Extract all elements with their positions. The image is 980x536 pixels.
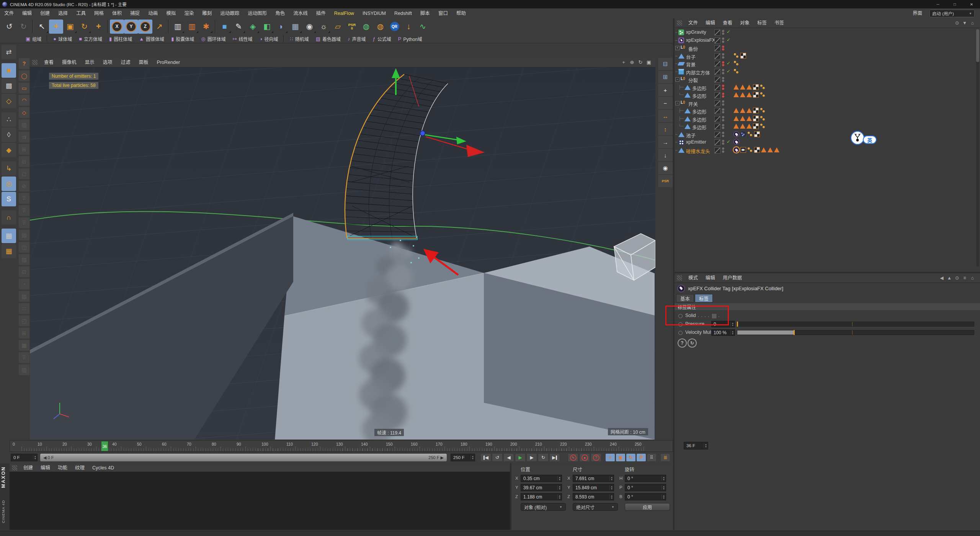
menubar-item[interactable]: 雕刻	[198, 8, 216, 18]
phong-tag[interactable]	[760, 123, 766, 129]
keying-help-button[interactable]: ?	[591, 453, 601, 462]
home-icon[interactable]: ⌂	[969, 20, 976, 26]
object-row[interactable]: –背景✓	[675, 60, 980, 68]
disabled-command-button[interactable]: ▧	[18, 254, 30, 265]
polygon-selection-tag[interactable]	[761, 147, 766, 152]
drag-grip[interactable]	[677, 20, 682, 26]
polygon-selection-tag[interactable]	[746, 116, 752, 121]
render-picture-viewer-button[interactable]: ▥	[185, 20, 199, 34]
playhead[interactable]: 36	[101, 441, 108, 451]
ime-indicator[interactable]: 英	[851, 131, 900, 148]
uvw-tag[interactable]	[740, 53, 746, 59]
material-list-empty[interactable]	[10, 472, 510, 530]
disabled-command-button[interactable]: ⠿	[18, 205, 30, 216]
hierarchy-collapse-button[interactable]: ⊟	[658, 58, 673, 70]
texture-mode-button[interactable]: ▩	[2, 78, 16, 93]
layer-color-box[interactable]	[714, 124, 720, 130]
enabled-check-icon[interactable]: ✓	[727, 60, 730, 66]
key-parameter-toggle[interactable]: P	[636, 453, 646, 462]
visibility-dots[interactable]	[722, 84, 724, 91]
polygon-selection-tag[interactable]	[740, 116, 745, 121]
viewport-menu-item[interactable]: 面板	[135, 57, 153, 67]
reload-circle-button[interactable]: ↻	[688, 338, 697, 348]
disabled-command-button[interactable]: ⇉	[18, 131, 30, 143]
xp-field-green-button[interactable]: ◍	[359, 20, 373, 34]
object-name[interactable]: 碰撞水龙头	[686, 147, 710, 155]
menubar-item[interactable]: 网格	[90, 8, 108, 18]
polygon-selection-tag[interactable]	[746, 92, 752, 97]
polygon-selection-tag[interactable]	[746, 124, 752, 129]
object-row[interactable]: └─多边形	[675, 91, 980, 99]
menubar-item[interactable]: 文件	[0, 8, 18, 18]
convert-object-button[interactable]: ⇄	[2, 45, 16, 59]
menubar-item[interactable]: 运动图形	[243, 8, 271, 18]
attribute-tab[interactable]: 标签	[695, 294, 713, 302]
menubar-item[interactable]: 渲染	[180, 8, 198, 18]
visibility-dots[interactable]	[722, 76, 724, 83]
layout-select[interactable]: 启动 (用户)▼	[929, 10, 975, 17]
disabled-command-button[interactable]: ▦	[18, 340, 30, 351]
phong-tag[interactable]	[760, 84, 766, 90]
layer-color-box[interactable]	[714, 132, 720, 138]
points-mode-button[interactable]: ∴	[2, 112, 16, 127]
object-name[interactable]: 多边形	[692, 85, 707, 92]
timeline-ruler[interactable]: 0102030405060708090100110120130140150160…	[10, 440, 673, 452]
polygon-selection-tag[interactable]	[733, 116, 739, 121]
visibility-dots[interactable]	[722, 53, 724, 59]
disabled-command-button[interactable]: ⠿	[18, 193, 30, 204]
undo-button[interactable]: ↺	[2, 20, 16, 34]
hierarchy-expand-button[interactable]: ⊞	[658, 71, 673, 83]
menubar-item[interactable]: 动画	[144, 8, 162, 18]
polygon-selection-tag[interactable]	[733, 85, 739, 90]
layer-color-box[interactable]	[714, 69, 720, 75]
coordinate-field[interactable]: 0 °▲▼	[625, 484, 666, 491]
minimize-button[interactable]: ─	[929, 0, 946, 8]
visibility-dots[interactable]	[722, 116, 724, 122]
layer-color-box[interactable]	[714, 139, 720, 145]
next-key-button[interactable]: ↻	[538, 453, 549, 462]
menubar-item[interactable]: 窗口	[434, 8, 452, 18]
object-manager-menu-item[interactable]: 文件	[684, 18, 702, 28]
play-button[interactable]: ▶	[515, 453, 526, 462]
coordinate-field[interactable]: 0 °▲▼	[625, 475, 666, 482]
field-button[interactable]: ♪声音域	[344, 35, 369, 43]
field-button[interactable]: ▮圆柱体域	[106, 35, 136, 43]
deformer-button[interactable]: ◧	[260, 20, 274, 34]
disabled-command-button[interactable]: ▥	[18, 364, 30, 376]
visibility-dots[interactable]	[722, 29, 724, 36]
layer-color-box[interactable]	[714, 29, 720, 36]
material-menu-item[interactable]: 功能	[54, 463, 71, 472]
object-name[interactable]: 内部立方体	[686, 69, 710, 76]
xparticles-tag[interactable]	[740, 131, 746, 137]
lock-y-axis-button[interactable]: Y	[124, 20, 138, 34]
redo-button[interactable]: ↻	[16, 20, 31, 34]
toggle-view-icon[interactable]: ▣	[645, 59, 653, 66]
visibility-dots[interactable]	[722, 131, 724, 138]
camera-button[interactable]: ◉	[302, 20, 317, 34]
object-name[interactable]: xpGravity	[686, 29, 706, 35]
disabled-command-button[interactable]: ▨	[18, 291, 30, 302]
stepper-arrows[interactable]: ▲▼	[730, 330, 735, 335]
add-keyframe-button[interactable]: ◉	[658, 162, 673, 174]
object-name[interactable]: 开关	[688, 100, 698, 108]
menubar-item[interactable]: 帮助	[452, 8, 470, 18]
visibility-dots[interactable]	[722, 123, 724, 130]
live-selection-tool-button[interactable]: ◯	[18, 70, 30, 82]
psr-zero-button[interactable]: PSR 0	[345, 20, 359, 34]
layer-color-box[interactable]	[714, 38, 720, 44]
menubar-item[interactable]: 角色	[271, 8, 289, 18]
help-tool-button[interactable]: ?	[18, 58, 30, 69]
stepper-arrows[interactable]: ▲▼	[730, 322, 735, 327]
polygon-selection-tag[interactable]	[774, 147, 779, 152]
expander-toggle[interactable]: −	[675, 77, 679, 82]
coordinate-field[interactable]: 7.691 cm▲▼	[573, 475, 614, 482]
viewport-menu-item[interactable]: 显示	[81, 57, 99, 67]
search-icon[interactable]: ⊙	[953, 20, 961, 26]
polygon-selection-tag[interactable]	[746, 108, 752, 113]
explosia-collider-tag-selected[interactable]	[733, 147, 739, 153]
disabled-command-button[interactable]: ▥	[18, 119, 30, 131]
lasso-selection-button[interactable]: ◠	[18, 95, 30, 106]
coord-system-button[interactable]: ↗	[152, 20, 167, 34]
object-row[interactable]: –台子	[675, 52, 980, 60]
disabled-command-button[interactable]: ⊘	[18, 180, 30, 192]
